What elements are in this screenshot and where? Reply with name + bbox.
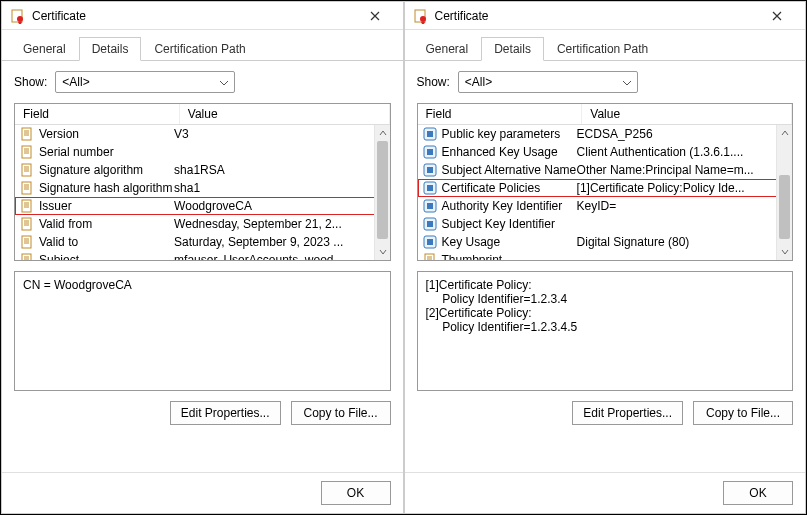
col-value[interactable]: Value: [582, 104, 792, 124]
table-row[interactable]: Enhanced Key UsageClient Authentication …: [418, 143, 793, 161]
copy-to-file-button[interactable]: Copy to File...: [291, 401, 391, 425]
field-label: Certificate Policies: [442, 181, 541, 195]
cell-field: Subject Alternative Name: [422, 162, 577, 178]
property-icon: [19, 162, 35, 178]
cell-field: Issuer: [19, 198, 174, 214]
col-value[interactable]: Value: [180, 104, 390, 124]
show-row: Show: <All>: [417, 71, 794, 93]
tab-general[interactable]: General: [413, 37, 482, 61]
show-dropdown[interactable]: <All>: [55, 71, 235, 93]
close-icon: [370, 11, 380, 21]
edit-properties-button[interactable]: Edit Properties...: [170, 401, 281, 425]
table-row[interactable]: Key UsageDigital Signature (80): [418, 233, 793, 251]
property-icon: [19, 180, 35, 196]
scrollbar[interactable]: [374, 125, 390, 260]
tab-certpath[interactable]: Certification Path: [544, 37, 661, 61]
svg-rect-45: [427, 203, 433, 209]
scroll-up-icon[interactable]: [777, 125, 792, 141]
cell-field: Enhanced Key Usage: [422, 144, 577, 160]
table-row[interactable]: Signature algorithmsha1RSA: [15, 161, 390, 179]
cell-field: Subject: [19, 252, 174, 260]
button-row: Edit Properties... Copy to File...: [14, 401, 391, 425]
close-icon: [772, 11, 782, 21]
show-dropdown[interactable]: <All>: [458, 71, 638, 93]
table-row[interactable]: Serial number: [15, 143, 390, 161]
copy-to-file-button[interactable]: Copy to File...: [693, 401, 793, 425]
property-icon: [19, 234, 35, 250]
certificate-icon: [10, 8, 26, 24]
show-value: <All>: [62, 75, 89, 89]
close-button[interactable]: [355, 5, 395, 27]
show-label: Show:: [14, 75, 47, 89]
svg-rect-6: [22, 146, 31, 158]
svg-rect-39: [427, 149, 433, 155]
property-icon: [19, 126, 35, 142]
col-field[interactable]: Field: [15, 104, 180, 124]
scroll-thumb[interactable]: [779, 175, 790, 239]
titlebar: Certificate: [2, 2, 403, 30]
svg-point-35: [420, 16, 426, 22]
table-row[interactable]: Valid toSaturday, September 9, 2023 ...: [15, 233, 390, 251]
table-body: Public key parametersECDSA_P256Enhanced …: [418, 125, 793, 260]
close-button[interactable]: [757, 5, 797, 27]
table-row[interactable]: Certificate Policies[1]Certificate Polic…: [418, 179, 793, 197]
cell-field: Key Usage: [422, 234, 577, 250]
extension-icon: [422, 216, 438, 232]
svg-rect-47: [427, 221, 433, 227]
table-row[interactable]: Subjectmfauser, UserAccounts, wood...: [15, 251, 390, 260]
field-label: Serial number: [39, 145, 114, 159]
cell-value: Client Authentication (1.3.6.1....: [577, 145, 774, 159]
property-icon: [19, 216, 35, 232]
table-row[interactable]: Thumbprint: [418, 251, 793, 260]
table-row[interactable]: Signature hash algorithmsha1: [15, 179, 390, 197]
cell-field: Certificate Policies: [422, 180, 577, 196]
cell-value: mfauser, UserAccounts, wood...: [174, 253, 371, 260]
svg-rect-22: [22, 218, 31, 230]
ok-button[interactable]: OK: [321, 481, 391, 505]
table-row[interactable]: Valid fromWednesday, September 21, 2...: [15, 215, 390, 233]
cell-value: [1]Certificate Policy:Policy Ide...: [577, 181, 774, 195]
tab-details[interactable]: Details: [79, 37, 142, 61]
table-row[interactable]: Subject Key Identifier: [418, 215, 793, 233]
scrollbar[interactable]: [776, 125, 792, 260]
table-row[interactable]: IssuerWoodgroveCA: [15, 197, 390, 215]
field-label: Signature algorithm: [39, 163, 143, 177]
cell-field: Signature algorithm: [19, 162, 174, 178]
table-row[interactable]: Subject Alternative NameOther Name:Princ…: [418, 161, 793, 179]
cell-field: Subject Key Identifier: [422, 216, 577, 232]
col-field[interactable]: Field: [418, 104, 583, 124]
detail-value-box[interactable]: CN = WoodgroveCA: [14, 271, 391, 391]
ok-button[interactable]: OK: [723, 481, 793, 505]
cell-field: Valid from: [19, 216, 174, 232]
tab-certpath[interactable]: Certification Path: [141, 37, 258, 61]
cell-value: Wednesday, September 21, 2...: [174, 217, 371, 231]
table-row[interactable]: VersionV3: [15, 125, 390, 143]
scroll-up-icon[interactable]: [375, 125, 390, 141]
scroll-down-icon[interactable]: [777, 244, 792, 260]
table-row[interactable]: Authority Key IdentifierKeyID=: [418, 197, 793, 215]
tab-general[interactable]: General: [10, 37, 79, 61]
cell-value: Digital Signature (80): [577, 235, 774, 249]
property-icon: [19, 144, 35, 160]
cell-value: WoodgroveCA: [174, 199, 371, 213]
scroll-down-icon[interactable]: [375, 244, 390, 260]
tab-body: Show: <All> Field Value Public key param…: [405, 61, 806, 472]
cell-value: ECDSA_P256: [577, 127, 774, 141]
fields-table: Field Value VersionV3Serial numberSignat…: [14, 103, 391, 261]
scroll-thumb[interactable]: [377, 141, 388, 239]
certificate-icon: [413, 8, 429, 24]
extension-icon: [422, 180, 438, 196]
table-row[interactable]: Public key parametersECDSA_P256: [418, 125, 793, 143]
cell-field: Serial number: [19, 144, 174, 160]
edit-properties-button[interactable]: Edit Properties...: [572, 401, 683, 425]
cell-value: V3: [174, 127, 371, 141]
tab-details[interactable]: Details: [481, 37, 544, 61]
property-icon: [422, 252, 438, 260]
svg-rect-43: [427, 185, 433, 191]
tabs: General Details Certification Path: [405, 30, 806, 61]
detail-value-box[interactable]: [1]Certificate Policy: Policy Identifier…: [417, 271, 794, 391]
cell-value: Saturday, September 9, 2023 ...: [174, 235, 371, 249]
cell-field: Public key parameters: [422, 126, 577, 142]
show-row: Show: <All>: [14, 71, 391, 93]
field-label: Subject Alternative Name: [442, 163, 577, 177]
